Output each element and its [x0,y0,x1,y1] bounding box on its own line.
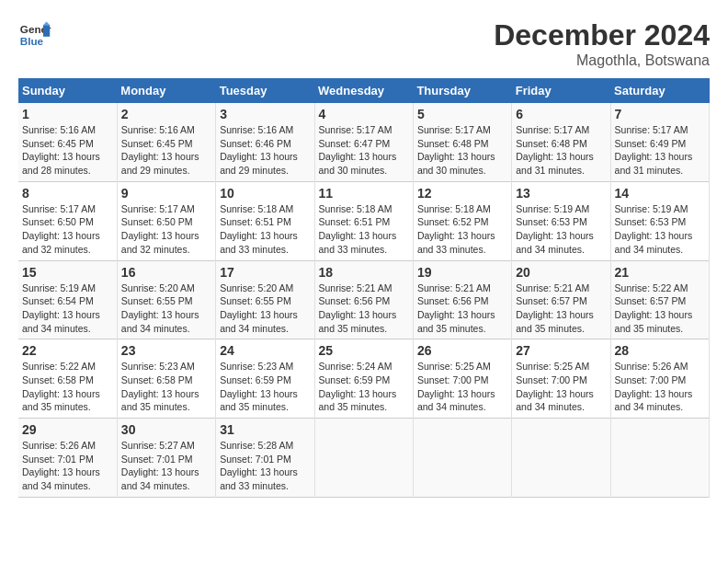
day-header-friday: Friday [512,78,610,103]
calendar-cell: 21 Sunrise: 5:22 AM Sunset: 6:57 PM Dayl… [610,260,709,339]
calendar-cell: 28 Sunrise: 5:26 AM Sunset: 7:00 PM Dayl… [610,339,709,419]
calendar-cell: 19 Sunrise: 5:21 AM Sunset: 6:56 PM Dayl… [413,260,511,339]
day-info: Sunrise: 5:26 AM Sunset: 7:00 PM Dayligh… [615,360,705,414]
day-info: Sunrise: 5:22 AM Sunset: 6:58 PM Dayligh… [22,360,113,414]
day-info: Sunrise: 5:17 AM Sunset: 6:50 PM Dayligh… [121,202,211,257]
day-number: 8 [22,186,113,201]
calendar-cell: 13 Sunrise: 5:19 AM Sunset: 6:53 PM Dayl… [512,181,610,260]
day-number: 29 [22,422,113,437]
calendar-cell: 16 Sunrise: 5:20 AM Sunset: 6:55 PM Dayl… [117,260,215,339]
calendar-cell: 23 Sunrise: 5:23 AM Sunset: 6:58 PM Dayl… [117,339,215,419]
calendar-cell: 7 Sunrise: 5:17 AM Sunset: 6:49 PM Dayli… [610,103,709,181]
day-info: Sunrise: 5:18 AM Sunset: 6:51 PM Dayligh… [220,202,310,257]
page-header: General Blue December 2024 Magothla, Bot… [18,18,710,69]
calendar-cell: 25 Sunrise: 5:24 AM Sunset: 6:59 PM Dayl… [314,339,413,419]
title-section: December 2024 Magothla, Botswana [494,18,710,69]
day-number: 31 [220,422,310,437]
day-info: Sunrise: 5:21 AM Sunset: 6:57 PM Dayligh… [516,282,606,336]
day-info: Sunrise: 5:28 AM Sunset: 7:01 PM Dayligh… [220,439,310,493]
calendar-cell: 29 Sunrise: 5:26 AM Sunset: 7:01 PM Dayl… [18,419,117,498]
day-info: Sunrise: 5:27 AM Sunset: 7:01 PM Dayligh… [121,439,211,493]
day-number: 23 [121,343,211,358]
calendar-cell: 5 Sunrise: 5:17 AM Sunset: 6:48 PM Dayli… [413,103,511,181]
calendar-cell: 26 Sunrise: 5:25 AM Sunset: 7:00 PM Dayl… [413,339,511,419]
day-info: Sunrise: 5:17 AM Sunset: 6:47 PM Dayligh… [319,123,409,178]
day-number: 2 [121,107,211,121]
calendar-week-row: 15 Sunrise: 5:19 AM Sunset: 6:54 PM Dayl… [18,260,710,339]
day-info: Sunrise: 5:18 AM Sunset: 6:52 PM Dayligh… [417,202,507,257]
calendar-cell [512,419,610,498]
day-info: Sunrise: 5:17 AM Sunset: 6:49 PM Dayligh… [615,123,705,178]
calendar-cell [314,419,413,498]
day-info: Sunrise: 5:24 AM Sunset: 6:59 PM Dayligh… [319,360,409,414]
day-info: Sunrise: 5:16 AM Sunset: 6:45 PM Dayligh… [22,123,113,178]
day-number: 7 [615,107,705,121]
day-number: 6 [516,107,606,121]
day-info: Sunrise: 5:21 AM Sunset: 6:56 PM Dayligh… [319,282,409,336]
day-number: 18 [319,265,409,280]
day-info: Sunrise: 5:25 AM Sunset: 7:00 PM Dayligh… [417,360,507,414]
day-number: 24 [220,343,310,358]
day-info: Sunrise: 5:17 AM Sunset: 6:50 PM Dayligh… [22,202,113,257]
logo-icon: General Blue [18,18,51,52]
calendar-cell: 9 Sunrise: 5:17 AM Sunset: 6:50 PM Dayli… [117,181,215,260]
day-info: Sunrise: 5:19 AM Sunset: 6:54 PM Dayligh… [22,282,113,336]
location-subtitle: Magothla, Botswana [494,52,710,69]
month-year-title: December 2024 [494,18,710,52]
calendar-cell: 22 Sunrise: 5:22 AM Sunset: 6:58 PM Dayl… [18,339,117,419]
day-header-sunday: Sunday [18,78,117,103]
day-number: 14 [615,186,705,201]
day-header-thursday: Thursday [413,78,511,103]
calendar-week-row: 1 Sunrise: 5:16 AM Sunset: 6:45 PM Dayli… [18,103,710,181]
calendar-header-row: SundayMondayTuesdayWednesdayThursdayFrid… [18,78,710,103]
day-info: Sunrise: 5:25 AM Sunset: 7:00 PM Dayligh… [516,360,606,414]
day-info: Sunrise: 5:20 AM Sunset: 6:55 PM Dayligh… [220,282,310,336]
day-header-tuesday: Tuesday [216,78,314,103]
day-info: Sunrise: 5:23 AM Sunset: 6:59 PM Dayligh… [220,360,310,414]
day-number: 9 [121,186,211,201]
day-number: 26 [417,343,507,358]
calendar-cell: 3 Sunrise: 5:16 AM Sunset: 6:46 PM Dayli… [216,103,314,181]
calendar-cell: 17 Sunrise: 5:20 AM Sunset: 6:55 PM Dayl… [216,260,314,339]
svg-text:Blue: Blue [20,35,44,47]
day-header-monday: Monday [117,78,215,103]
day-number: 16 [121,265,211,280]
day-info: Sunrise: 5:19 AM Sunset: 6:53 PM Dayligh… [516,202,606,257]
day-number: 13 [516,186,606,201]
calendar-cell: 4 Sunrise: 5:17 AM Sunset: 6:47 PM Dayli… [314,103,413,181]
calendar-cell: 1 Sunrise: 5:16 AM Sunset: 6:45 PM Dayli… [18,103,117,181]
calendar-cell [610,419,709,498]
day-number: 20 [516,265,606,280]
day-info: Sunrise: 5:17 AM Sunset: 6:48 PM Dayligh… [417,123,507,178]
calendar-cell: 30 Sunrise: 5:27 AM Sunset: 7:01 PM Dayl… [117,419,215,498]
day-number: 17 [220,265,310,280]
calendar-week-row: 8 Sunrise: 5:17 AM Sunset: 6:50 PM Dayli… [18,181,710,260]
day-number: 22 [22,343,113,358]
calendar-cell: 18 Sunrise: 5:21 AM Sunset: 6:56 PM Dayl… [314,260,413,339]
calendar-cell: 15 Sunrise: 5:19 AM Sunset: 6:54 PM Dayl… [18,260,117,339]
calendar-cell: 31 Sunrise: 5:28 AM Sunset: 7:01 PM Dayl… [216,419,314,498]
day-number: 28 [615,343,705,358]
day-number: 12 [417,186,507,201]
day-info: Sunrise: 5:23 AM Sunset: 6:58 PM Dayligh… [121,360,211,414]
day-number: 25 [319,343,409,358]
day-number: 1 [22,107,113,121]
calendar-cell: 27 Sunrise: 5:25 AM Sunset: 7:00 PM Dayl… [512,339,610,419]
day-header-wednesday: Wednesday [314,78,413,103]
day-number: 11 [319,186,409,201]
calendar-cell: 24 Sunrise: 5:23 AM Sunset: 6:59 PM Dayl… [216,339,314,419]
day-info: Sunrise: 5:20 AM Sunset: 6:55 PM Dayligh… [121,282,211,336]
day-number: 3 [220,107,310,121]
day-info: Sunrise: 5:21 AM Sunset: 6:56 PM Dayligh… [417,282,507,336]
day-info: Sunrise: 5:17 AM Sunset: 6:48 PM Dayligh… [516,123,606,178]
day-number: 27 [516,343,606,358]
day-number: 15 [22,265,113,280]
calendar-cell: 11 Sunrise: 5:18 AM Sunset: 6:51 PM Dayl… [314,181,413,260]
day-info: Sunrise: 5:18 AM Sunset: 6:51 PM Dayligh… [319,202,409,257]
day-info: Sunrise: 5:16 AM Sunset: 6:45 PM Dayligh… [121,123,211,178]
svg-marker-2 [43,25,50,37]
logo: General Blue [18,18,51,52]
day-number: 21 [615,265,705,280]
calendar-week-row: 29 Sunrise: 5:26 AM Sunset: 7:01 PM Dayl… [18,419,710,498]
day-number: 19 [417,265,507,280]
